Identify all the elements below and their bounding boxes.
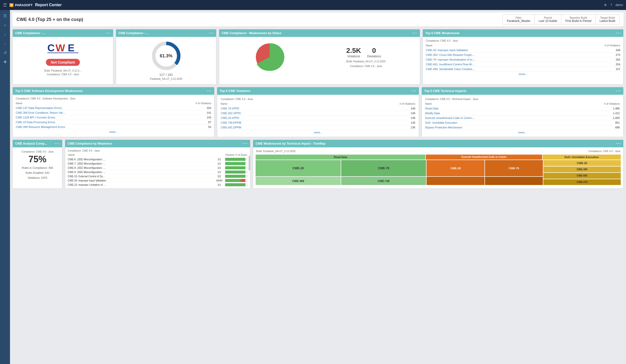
card-title-swdev: Top 5 CWE Software Development Weaknesse… [15,89,83,93]
table-row: CWE.20.VPPD148 [219,116,417,120]
card-cwe-compliance-donut: CWE Compliance - ... ··· 61.3% 117 / 191… [116,29,217,85]
row-value: 320 [207,106,211,109]
pie-compliance: Compliance: CWE 4.0 - Java [346,65,385,68]
hamburger-icon[interactable]: ☰ [3,2,7,8]
card-dots-analysis[interactable]: ··· [55,141,60,146]
row-link[interactable]: CWE-19 Data Processing Errors [16,121,55,124]
card-body-impacts: Compliance: CWE 4.0 - Technical Impact -… [422,95,623,137]
row-link[interactable]: CWE.352.VPPD [221,112,241,115]
card-dots-2[interactable]: ··· [209,31,214,35]
row-link[interactable]: CWE-1228 API / Function Errors [16,116,55,119]
deviations-stat: 0 Deviations [367,47,381,58]
compliance-bar [225,162,248,165]
row-link[interactable]: CWE-20: Improper Input Validation [426,49,468,52]
row-link[interactable]: CWE-399 Resource Management Errors [16,125,65,128]
compliance-bar [225,175,248,178]
swdev-more-link[interactable]: more... [14,129,213,134]
row-link[interactable]: CWE-691: Insufficient Control Flow M-... [426,63,475,66]
sidebar-icon-download[interactable]: ↓ [1,40,9,47]
card-body-violations: Compliance: CWE 4.0 - Java Name # of Vio… [217,95,419,137]
card-top5-weaknesses: Top 5 CWE Weaknesses ··· Compliance: CWE… [423,29,624,85]
filter-filter[interactable]: Filter Parabank_Master [503,15,535,24]
row-link[interactable]: CWE-137 Data Representation Errors [16,106,62,109]
table-row: Modify Data1,412 [424,111,621,116]
compliance-item-name: CWE-22: Improper Limitation of ... [68,183,213,186]
card-body-compliance-weakness: Compliance: CWE 4.0 - Java Name Passed /… [65,147,250,188]
card-dots-violations[interactable]: ··· [411,89,416,93]
donut-build: Parabank_SA-UT_3-12-2020 [150,78,182,80]
user-label[interactable]: demo [616,3,623,7]
sidebar-icon-menu[interactable]: ☰ [1,12,9,20]
scroll-indicator[interactable] [249,156,250,171]
compliance-row: CWE-22: Improper Limitation of ... 1/1 [67,183,249,187]
row-link[interactable]: CWE-389 Error Conditions, Return Val-... [16,111,66,114]
analysis-rules-compliance: Rules in Compliance: 400 [22,166,53,171]
row-link[interactable]: CWE.79.VPPD [221,107,239,110]
table-row: Read Data1,485 [424,106,621,111]
card-body-4: Compliance: CWE 4.0 - Java Name # of Vio… [423,37,623,78]
row-link[interactable]: CWE.20.VPPD [221,116,239,119]
filter-value: Parabank_Master [507,19,530,23]
filter-target[interactable]: Target Build Latest Build [596,15,619,24]
row-link[interactable]: CWE-499: Serializable Class Containt-... [426,68,475,71]
card-body-1: C W E Not Compliant Build: Parabank_SA-U… [13,37,113,80]
top5-compliance-label: Compliance: CWE 4.0 - Java [426,39,458,42]
compliance-col-passed: Passed / # of Rules [226,154,247,156]
row-link[interactable]: CWE.691.DPPM [221,126,241,129]
card-header-4: Top 5 CWE Weaknesses ··· [423,29,623,37]
cwe-logo: C W E [45,41,80,56]
impacts-more-link[interactable]: more... [424,130,621,135]
card-title-1: CWE Compliance - ... [15,31,45,35]
swdev-compliance: Compliance: CWE 4.0 - Software Developme… [16,97,75,100]
treemap-cell-cwe79-exec: CWE-79 [485,160,543,176]
top5-more-link[interactable]: more... [424,72,622,77]
top5-subheader: Compliance: CWE 4.0 - Java [424,38,622,43]
card-dots-3[interactable]: ··· [412,31,417,35]
compliance-weakness-label: Compliance: CWE 4.0 - Java [67,149,249,153]
main-content: CWE 4.0 (Top 25 + on the cusp) Filter Pa… [10,10,626,364]
row-link[interactable]: Execute Unauthorized Code or Comm-... [425,116,475,119]
page-header: CWE 4.0 (Top 25 + on the cusp) Filter Pa… [12,12,624,27]
compliance-row: CWE-15: External Control of Sy... 2/2 [67,174,249,179]
filter-bar: Filter Parabank_Master Period Last 10 bu… [502,14,620,24]
card-title-compliance-weakness: CWE Compliance by Weakness [68,142,112,145]
row-link[interactable]: Bypass Protection Mechanism [425,126,462,129]
card-dots-swdev[interactable]: ··· [207,89,212,93]
treemap-header: Build: Parabank_SA-UT_3-12-2020 Complian… [255,149,622,154]
row-link[interactable]: DoS: Unreliable Execution [425,121,457,124]
compliance-item-ratio: 1/1 [215,162,224,165]
filter-period[interactable]: Period Last 10 builds [535,15,561,24]
row-value: 1,412 [613,112,620,115]
sidebar-icon-upload[interactable]: ↑ [1,31,9,38]
card-dots-compliance-weakness[interactable]: ··· [243,141,248,146]
table-row: CWE-79: Improper Neutralization of In-..… [424,57,622,62]
row-link[interactable]: CWE.749.DPPM [221,121,241,124]
compliance-item-ratio: 1/1 [215,183,224,186]
card-dots-impacts[interactable]: ··· [616,89,621,93]
violations-col-name: Name [221,102,227,105]
row-link[interactable]: CWE-352: Cross-Site Request Forger-... [426,53,475,56]
card-dots-treemap[interactable]: ··· [616,141,621,146]
filter-baseline[interactable]: Baseline Build First Build in Period [561,15,596,24]
treemap-cell-cwe20-dos: CWE-20 [543,160,621,166]
card-dots-4[interactable]: ··· [616,31,621,35]
impacts-compliance: Compliance: CWE 4.0 - Technical Impact -… [425,98,478,100]
sidebar-icon-refresh[interactable]: ↺ [1,49,9,57]
gear-icon[interactable]: ⚙ [604,3,607,7]
card-dots-1[interactable]: ··· [106,31,110,35]
compliance-item-name: CWE-9: J2EE Misconfiguration: ... [68,171,213,174]
row-link[interactable]: Modify Data [425,112,440,115]
help-icon[interactable]: ? [610,3,612,7]
sidebar-icon-add[interactable]: ＋ [1,21,9,29]
row-value: 136 [411,126,415,129]
row-link[interactable]: Read Data [425,107,439,110]
card-compliance-1: Compliance: CWE 4.0 - Java [44,73,81,76]
impacts-col-name: Name [425,102,432,105]
sidebar-icon-plus[interactable]: ✚ [1,58,9,66]
table-row: CWE-399 Resource Management Errors54 [14,125,213,129]
violations-more-link[interactable]: more... [219,130,417,135]
top5-col-violations: # of Violations [605,44,620,47]
not-compliant-badge: Not Compliant [46,59,80,66]
violations-stat: 2.5K Violations [346,47,361,58]
row-link[interactable]: CWE-79: Improper Neutralization of In-..… [426,58,475,61]
